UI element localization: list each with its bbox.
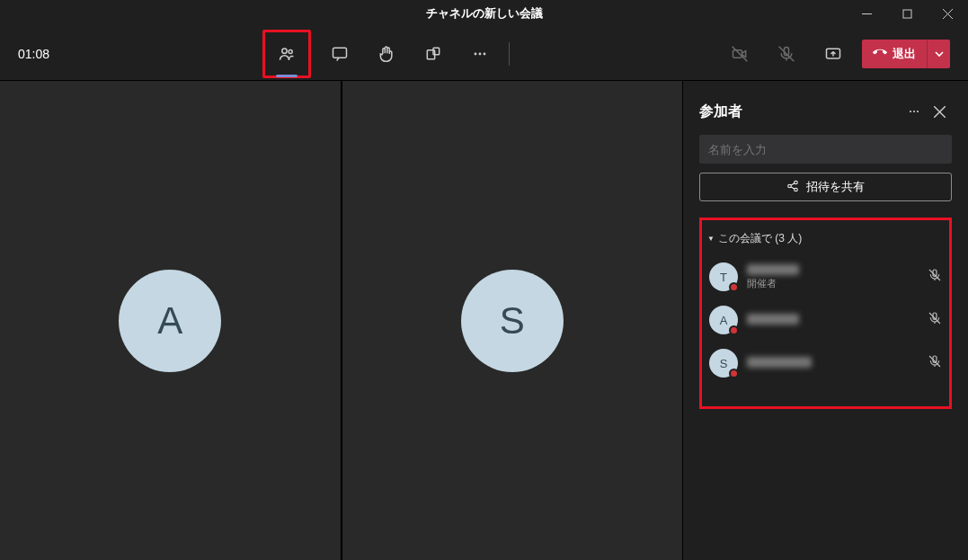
participant-info: 開催者 bbox=[747, 264, 919, 290]
svg-point-8 bbox=[483, 52, 485, 55]
svg-rect-3 bbox=[333, 48, 346, 58]
annotation-highlight bbox=[262, 30, 311, 78]
meeting-toolbar: 01:08 bbox=[0, 27, 968, 81]
minimize-button[interactable] bbox=[847, 0, 887, 27]
avatar: T bbox=[709, 262, 738, 291]
participant-avatar: A bbox=[119, 270, 221, 372]
svg-point-15 bbox=[795, 181, 798, 184]
toolbar-separator bbox=[509, 42, 510, 66]
share-invite-button[interactable]: 招待を共有 bbox=[699, 173, 952, 201]
leave-label: 退出 bbox=[893, 46, 916, 62]
title-bar: チャネルの新しい会議 bbox=[0, 0, 968, 27]
maximize-button[interactable] bbox=[887, 0, 928, 27]
presence-badge bbox=[729, 282, 739, 292]
leave-button-group: 退出 bbox=[862, 40, 950, 68]
leave-button[interactable]: 退出 bbox=[862, 40, 927, 68]
participants-button[interactable] bbox=[269, 36, 305, 72]
panel-body: 招待を共有 ▼ この会議で (3 人) T 開催者 bbox=[683, 135, 968, 409]
svg-point-2 bbox=[289, 49, 292, 53]
participant-row[interactable]: S bbox=[706, 342, 946, 385]
video-tile[interactable]: S bbox=[342, 81, 683, 560]
main-content: A S 参加者 招待を共有 ▼ bbox=[0, 81, 968, 560]
participant-info bbox=[747, 314, 919, 326]
toolbar-right: 退出 bbox=[722, 36, 950, 72]
svg-rect-0 bbox=[903, 10, 911, 18]
panel-more-button[interactable] bbox=[901, 99, 927, 124]
participant-search-input[interactable] bbox=[699, 135, 952, 164]
svg-point-14 bbox=[917, 111, 919, 112]
participant-info bbox=[747, 357, 919, 369]
close-button[interactable] bbox=[928, 0, 968, 27]
svg-point-17 bbox=[795, 188, 798, 191]
chat-button[interactable] bbox=[322, 36, 358, 72]
presence-badge bbox=[729, 325, 739, 335]
svg-point-12 bbox=[910, 111, 911, 112]
participant-role: 開催者 bbox=[747, 277, 919, 290]
toolbar-center bbox=[49, 30, 722, 78]
participant-name-redacted bbox=[747, 357, 812, 368]
share-invite-label: 招待を共有 bbox=[806, 179, 865, 195]
leave-dropdown[interactable] bbox=[927, 40, 950, 68]
mic-muted-icon bbox=[928, 354, 942, 372]
participant-avatar: S bbox=[461, 270, 564, 372]
mic-button[interactable] bbox=[768, 36, 804, 72]
avatar: A bbox=[709, 306, 738, 334]
breakout-rooms-button[interactable] bbox=[415, 36, 451, 72]
mic-muted-icon bbox=[928, 311, 942, 329]
svg-point-13 bbox=[913, 111, 915, 112]
svg-point-7 bbox=[478, 52, 481, 55]
share-icon bbox=[786, 180, 799, 195]
participants-section-header[interactable]: ▼ この会議で (3 人) bbox=[706, 227, 946, 255]
hangup-icon bbox=[873, 45, 887, 62]
panel-header: 参加者 bbox=[683, 81, 968, 135]
window-controls bbox=[847, 0, 968, 27]
svg-point-1 bbox=[281, 49, 286, 53]
camera-button[interactable] bbox=[722, 36, 758, 72]
raise-hand-button[interactable] bbox=[369, 36, 404, 72]
participant-row[interactable]: A bbox=[706, 298, 946, 342]
video-tile[interactable]: A bbox=[0, 81, 341, 560]
panel-title: 参加者 bbox=[699, 102, 901, 121]
participants-panel: 参加者 招待を共有 ▼ この会議で (3 人) bbox=[682, 81, 968, 560]
participant-name-redacted bbox=[747, 314, 799, 324]
more-actions-button[interactable] bbox=[462, 36, 498, 72]
mic-muted-icon bbox=[928, 268, 942, 286]
annotation-highlight: ▼ この会議で (3 人) T 開催者 bbox=[699, 218, 952, 409]
presence-badge bbox=[729, 369, 739, 378]
participant-row[interactable]: T 開催者 bbox=[706, 255, 946, 298]
disclosure-triangle-icon: ▼ bbox=[707, 235, 715, 243]
meeting-timer: 01:08 bbox=[18, 47, 49, 61]
share-screen-button[interactable] bbox=[815, 36, 851, 72]
svg-point-6 bbox=[474, 52, 476, 55]
avatar: S bbox=[709, 349, 738, 378]
panel-close-button[interactable] bbox=[927, 99, 952, 124]
video-grid: A S bbox=[0, 81, 682, 560]
svg-point-16 bbox=[788, 184, 792, 188]
window-title: チャネルの新しい会議 bbox=[426, 5, 543, 22]
section-label: この会議で (3 人) bbox=[718, 231, 802, 246]
participant-name-redacted bbox=[747, 264, 799, 275]
